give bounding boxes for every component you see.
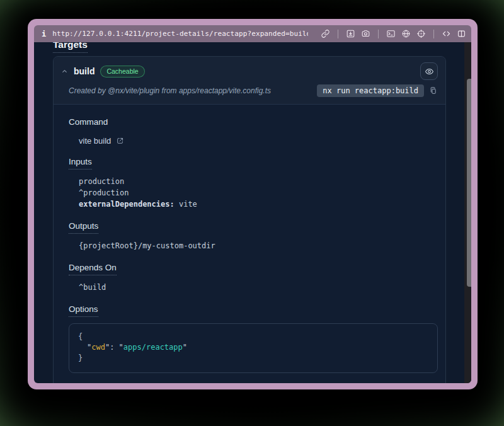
target-name: build	[74, 66, 94, 76]
json-line: "cwd": "apps/reactapp"	[78, 342, 428, 353]
browser-window: i http://127.0.0.1:4211/project-details/…	[28, 19, 478, 389]
url-field[interactable]: http://127.0.0.1:4211/project-details/re…	[52, 30, 308, 38]
input-item: ^production	[79, 187, 430, 199]
titlebar-divider	[338, 30, 338, 38]
target-card-build-top: build Cacheable Created by @nx/vite/plug…	[54, 57, 445, 105]
external-link-icon[interactable]	[116, 137, 124, 145]
target-details-build: Command vite build Inputs production ^pr…	[54, 105, 445, 383]
link-icon[interactable]	[321, 29, 330, 38]
inputs-label: Inputs	[69, 157, 430, 166]
depends-on-label: Depends On	[69, 263, 430, 272]
input-item: externalDependencies: vite	[79, 199, 430, 210]
page-viewport: Targets build Cacheable C	[34, 42, 471, 383]
target-subheader-build: Created by @nx/vite/plugin from apps/rea…	[54, 83, 445, 104]
command-label: Command	[69, 117, 430, 127]
project-details-page: Targets build Cacheable C	[34, 42, 471, 383]
terminal-icon[interactable]	[386, 29, 396, 38]
code-brackets-icon[interactable]	[442, 29, 451, 38]
browser-titlebar: i http://127.0.0.1:4211/project-details/…	[34, 25, 471, 42]
titlebar-actions	[321, 29, 466, 38]
json-line: {	[78, 331, 428, 342]
page-title: Targets	[53, 42, 446, 50]
crosshair-icon[interactable]	[416, 29, 426, 38]
chevron-up-icon	[61, 68, 68, 75]
eye-icon	[425, 67, 434, 76]
input-item: production	[79, 176, 430, 187]
inputs-list: production ^production externalDependenc…	[79, 176, 430, 210]
camera-icon[interactable]	[361, 29, 370, 38]
run-command-chip: nx run reactapp:build	[317, 84, 424, 97]
command-value: vite build	[79, 136, 430, 146]
globe-icon[interactable]	[401, 29, 411, 38]
outputs-list: {projectRoot}/my-custom-outdir	[79, 240, 430, 251]
scrollbar-track[interactable]	[464, 42, 471, 383]
titlebar-divider	[433, 30, 434, 38]
titlebar-divider	[378, 30, 379, 38]
output-item: {projectRoot}/my-custom-outdir	[79, 240, 430, 251]
view-target-button[interactable]	[420, 62, 438, 80]
info-icon: i	[42, 30, 46, 38]
copy-icon[interactable]	[429, 86, 438, 95]
screenshot-save-icon[interactable]	[346, 29, 355, 38]
outputs-label: Outputs	[69, 221, 430, 231]
scrollbar-thumb[interactable]	[467, 79, 471, 287]
target-header-build[interactable]: build Cacheable	[54, 57, 445, 83]
cacheable-badge: Cacheable	[100, 66, 144, 78]
run-command-group: nx run reactapp:build	[317, 84, 438, 97]
depends-item: ^build	[79, 282, 430, 293]
depends-on-list: ^build	[79, 282, 430, 293]
split-view-icon[interactable]	[457, 29, 466, 38]
target-card-build: build Cacheable Created by @nx/vite/plug…	[53, 56, 446, 383]
options-label: Options	[69, 304, 430, 314]
json-line: }	[78, 353, 428, 364]
created-by-text: Created by @nx/vite/plugin from apps/rea…	[69, 86, 271, 95]
options-json-block: { "cwd": "apps/reactapp" }	[69, 323, 438, 373]
